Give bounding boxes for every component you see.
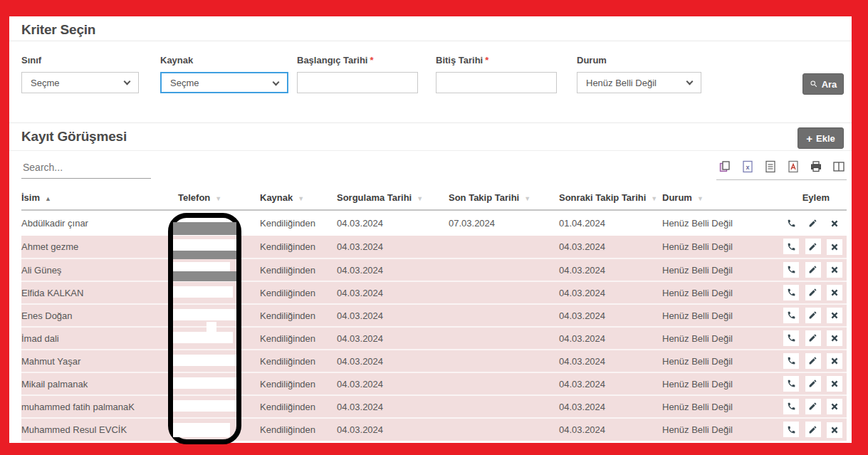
cell-kaynak: Kendiliğinden	[260, 327, 337, 350]
edit-button[interactable]	[805, 330, 821, 346]
call-button[interactable]	[783, 239, 799, 254]
edit-button[interactable]	[805, 399, 821, 414]
call-button[interactable]	[783, 215, 799, 231]
edit-icon	[808, 425, 817, 434]
call-button[interactable]	[783, 399, 799, 414]
add-button[interactable]: + Ekle	[798, 127, 844, 149]
delete-button[interactable]	[827, 376, 842, 392]
edit-button[interactable]	[805, 422, 821, 437]
column-visibility-button[interactable]	[832, 159, 845, 173]
cell-son-takip-tarihi	[449, 236, 559, 258]
bitis-tarihi-input[interactable]	[436, 72, 557, 93]
cell-sonraki-takip-tarihi: 04.03.2024	[559, 395, 662, 418]
edit-button[interactable]	[805, 353, 821, 369]
cell-sonraki-takip-tarihi: 04.03.2024	[559, 258, 662, 281]
cell-actions	[780, 304, 847, 327]
column-header-eylem: Eylem	[780, 186, 847, 210]
cell-durum: Henüz Belli Değil	[662, 304, 780, 327]
csv-export-button[interactable]	[763, 159, 777, 173]
cell-sorgulama-tarihi: 04.03.2024	[337, 395, 449, 418]
delete-button[interactable]	[827, 216, 842, 231]
cell-durum: Henüz Belli Değil	[662, 350, 780, 372]
durum-select[interactable]: Henüz Belli Değil	[577, 72, 701, 93]
phone-icon	[787, 333, 796, 342]
cell-durum: Henüz Belli Değil	[662, 372, 780, 395]
column-header-kaynak[interactable]: Kaynak	[260, 186, 337, 210]
delete-button[interactable]	[827, 285, 842, 300]
cell-sonraki-takip-tarihi: 04.03.2024	[559, 304, 662, 327]
edit-button[interactable]	[805, 215, 821, 231]
chevron-down-icon	[686, 78, 694, 85]
delete-button[interactable]	[827, 399, 842, 414]
cell-durum: Henüz Belli Değil	[662, 281, 780, 304]
cell-name: Mahmut Yaşar	[21, 350, 178, 372]
edit-icon	[808, 333, 817, 342]
call-button[interactable]	[783, 330, 799, 346]
call-button[interactable]	[783, 285, 799, 300]
table-row: Muhammed Resul EVCİK Kendiliğinden 04.03…	[21, 418, 847, 441]
delete-button[interactable]	[827, 353, 842, 369]
delete-button[interactable]	[827, 239, 842, 255]
cell-kaynak: Kendiliğinden	[260, 304, 337, 327]
cell-son-takip-tarihi	[449, 258, 559, 281]
sort-asc-icon	[45, 195, 51, 202]
column-header-isim[interactable]: İsim	[21, 186, 178, 210]
column-header-telefon[interactable]: Telefon	[178, 186, 260, 210]
edit-button[interactable]	[805, 239, 821, 254]
edit-button[interactable]	[805, 308, 821, 323]
column-header-sorgulama-tarihi[interactable]: Sorgulama Tarihi	[337, 186, 449, 210]
filter-baslangic-tarihi: Başlangıç Tarihi*	[297, 55, 418, 93]
call-button[interactable]	[783, 308, 799, 323]
edit-button[interactable]	[805, 376, 821, 392]
call-button[interactable]	[783, 422, 799, 437]
call-button[interactable]	[783, 376, 799, 392]
cell-sorgulama-tarihi: 04.03.2024	[337, 258, 449, 281]
cell-son-takip-tarihi	[449, 281, 559, 304]
edit-icon	[808, 379, 817, 388]
sinif-select[interactable]: Seçme	[21, 72, 139, 93]
sinif-select-value: Seçme	[31, 78, 59, 88]
baslangic-tarihi-input[interactable]	[297, 72, 418, 93]
cell-phone	[178, 372, 260, 395]
copy-button[interactable]	[718, 159, 731, 173]
csv-icon	[764, 160, 777, 173]
cell-actions	[780, 327, 847, 350]
cell-son-takip-tarihi	[449, 418, 559, 441]
print-button[interactable]	[809, 159, 822, 173]
cell-kaynak: Kendiliğinden	[260, 418, 337, 441]
edit-button[interactable]	[805, 285, 821, 300]
delete-button[interactable]	[827, 330, 842, 346]
excel-export-button[interactable]: x	[741, 159, 754, 173]
cell-durum: Henüz Belli Değil	[662, 258, 780, 281]
add-button-label: Ekle	[816, 133, 835, 144]
column-header-son-takip-tarihi[interactable]: Son Takip Tarihi	[449, 186, 559, 210]
cell-sorgulama-tarihi: 04.03.2024	[337, 372, 449, 395]
kaynak-select[interactable]: Seçme	[160, 72, 288, 93]
search-input[interactable]	[21, 159, 151, 179]
cell-son-takip-tarihi	[449, 395, 559, 418]
filter-sinif-label: Sınıf	[21, 55, 139, 66]
divider	[9, 150, 852, 151]
cell-son-takip-tarihi	[449, 304, 559, 327]
column-header-durum[interactable]: Durum	[662, 186, 780, 210]
edit-button[interactable]	[805, 262, 821, 278]
phone-icon	[787, 425, 796, 434]
delete-button[interactable]	[827, 308, 842, 323]
filter-kaynak: Kaynak Seçme	[160, 55, 288, 93]
cell-phone	[178, 304, 260, 327]
filter-baslangic-label: Başlangıç Tarihi*	[297, 55, 418, 66]
column-header-sonraki-takip-tarihi[interactable]: Sonraki Takip Tarihi	[559, 186, 662, 210]
cell-phone	[178, 395, 260, 418]
cell-son-takip-tarihi	[449, 327, 559, 350]
call-button[interactable]	[783, 262, 799, 278]
delete-button[interactable]	[827, 422, 842, 438]
filter-kaynak-label: Kaynak	[160, 55, 288, 66]
delete-button[interactable]	[827, 262, 842, 278]
cell-durum: Henüz Belli Değil	[662, 418, 780, 441]
search-button[interactable]: Ara	[802, 73, 844, 95]
delete-icon	[830, 334, 839, 342]
call-button[interactable]	[783, 353, 799, 369]
table-header-row: İsim Telefon Kaynak Sorgulama Tarihi Son…	[21, 186, 847, 210]
search-icon	[810, 80, 818, 88]
pdf-export-button[interactable]	[786, 159, 800, 173]
